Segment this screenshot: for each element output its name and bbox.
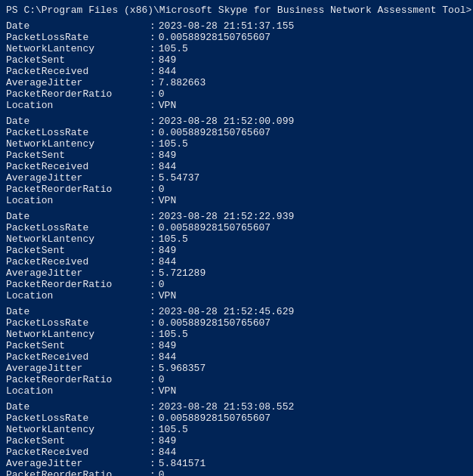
field-value: VPN [159, 290, 176, 301]
field-colon: : [150, 385, 156, 397]
field-colon: : [150, 32, 156, 43]
field-row: PacketReceived: 844 [6, 447, 467, 458]
field-label: PacketReorderRatio [6, 279, 150, 290]
field-row: PacketReceived: 844 [6, 66, 467, 77]
field-value: 844 [159, 161, 176, 172]
field-row: PacketReorderRatio: 0 [6, 184, 467, 195]
field-label: PacketSent [6, 150, 150, 161]
field-colon: : [150, 245, 156, 256]
field-row: Location: VPN [6, 385, 467, 397]
field-row: NetworkLantency: 105.5 [6, 43, 467, 54]
field-label: AverageJitter [6, 172, 150, 184]
field-row: Date: 2023-08-28 21:52:45.629 [6, 306, 467, 317]
field-colon: : [150, 100, 156, 111]
field-row: NetworkLantency: 105.5 [6, 233, 467, 245]
field-colon: : [150, 233, 156, 245]
field-colon: : [150, 424, 156, 435]
data-block-1: Date: 2023-08-28 21:52:00.099PacketLossR… [6, 116, 467, 206]
terminal-title: PS C:\Program Files (x86)\Microsoft Skyp… [6, 5, 467, 16]
field-row: AverageJitter: 7.882663 [6, 77, 467, 88]
field-value: 5.721289 [159, 267, 206, 279]
field-colon: : [150, 88, 156, 100]
field-label: PacketReceived [6, 66, 150, 77]
field-value: 0.00588928150765607 [159, 32, 271, 43]
field-label: Location [6, 385, 150, 397]
field-value: 849 [159, 245, 176, 256]
field-value: 2023-08-28 21:52:00.099 [159, 116, 294, 127]
field-label: Date [6, 401, 150, 413]
field-colon: : [150, 340, 156, 351]
field-value: VPN [159, 385, 176, 397]
field-value: 0 [159, 374, 165, 385]
field-row: AverageJitter: 5.968357 [6, 363, 467, 374]
field-colon: : [150, 150, 156, 161]
field-label: PacketSent [6, 245, 150, 256]
field-row: Location: VPN [6, 290, 467, 301]
field-value: 0.00588928150765607 [159, 127, 271, 138]
field-label: PacketSent [6, 54, 150, 66]
field-colon: : [150, 222, 156, 233]
field-row: PacketReceived: 844 [6, 351, 467, 363]
field-label: PacketReorderRatio [6, 88, 150, 100]
field-colon: : [150, 43, 156, 54]
field-value: 0.00588928150765607 [159, 317, 271, 329]
data-block-3: Date: 2023-08-28 21:52:45.629PacketLossR… [6, 306, 467, 397]
field-value: 105.5 [159, 43, 188, 54]
field-label: NetworkLantency [6, 138, 150, 150]
field-row: Location: VPN [6, 195, 467, 206]
field-value: 0 [159, 184, 165, 195]
field-row: PacketSent: 849 [6, 340, 467, 351]
field-value: 844 [159, 256, 176, 267]
field-label: PacketReceived [6, 161, 150, 172]
field-row: PacketReorderRatio: 0 [6, 469, 467, 476]
field-colon: : [150, 172, 156, 184]
field-colon: : [150, 184, 156, 195]
field-label: Date [6, 211, 150, 222]
field-value: 7.882663 [159, 77, 206, 88]
field-colon: : [150, 20, 156, 32]
field-colon: : [150, 413, 156, 424]
field-label: AverageJitter [6, 363, 150, 374]
field-row: Date: 2023-08-28 21:52:00.099 [6, 116, 467, 127]
field-row: PacketReceived: 844 [6, 161, 467, 172]
field-label: PacketReceived [6, 351, 150, 363]
field-value: 0.00588928150765607 [159, 413, 271, 424]
field-colon: : [150, 458, 156, 469]
field-colon: : [150, 267, 156, 279]
field-label: PacketSent [6, 435, 150, 447]
field-value: 0 [159, 469, 165, 476]
field-label: PacketLossRate [6, 127, 150, 138]
field-label: Date [6, 20, 150, 32]
field-colon: : [150, 351, 156, 363]
field-row: PacketLossRate: 0.00588928150765607 [6, 317, 467, 329]
field-colon: : [150, 279, 156, 290]
field-value: 2023-08-28 21:52:22.939 [159, 211, 294, 222]
field-value: VPN [159, 195, 176, 206]
field-row: Date: 2023-08-28 21:53:08.552 [6, 401, 467, 413]
field-colon: : [150, 66, 156, 77]
field-label: PacketReceived [6, 256, 150, 267]
field-colon: : [150, 127, 156, 138]
field-row: NetworkLantency: 105.5 [6, 424, 467, 435]
field-row: AverageJitter: 5.841571 [6, 458, 467, 469]
field-row: PacketReorderRatio: 0 [6, 374, 467, 385]
field-value: 105.5 [159, 233, 188, 245]
field-label: AverageJitter [6, 458, 150, 469]
field-row: PacketReorderRatio: 0 [6, 88, 467, 100]
field-value: 2023-08-28 21:53:08.552 [159, 401, 294, 413]
field-row: PacketSent: 849 [6, 150, 467, 161]
field-label: NetworkLantency [6, 233, 150, 245]
field-colon: : [150, 256, 156, 267]
field-label: Location [6, 195, 150, 206]
field-label: PacketLossRate [6, 222, 150, 233]
field-row: PacketLossRate: 0.00588928150765607 [6, 127, 467, 138]
field-colon: : [150, 161, 156, 172]
field-label: PacketLossRate [6, 32, 150, 43]
field-colon: : [150, 435, 156, 447]
field-value: 0 [159, 88, 165, 100]
field-value: 105.5 [159, 424, 188, 435]
field-row: Location: VPN [6, 100, 467, 111]
field-value: 844 [159, 351, 176, 363]
field-label: Location [6, 290, 150, 301]
field-row: AverageJitter: 5.54737 [6, 172, 467, 184]
